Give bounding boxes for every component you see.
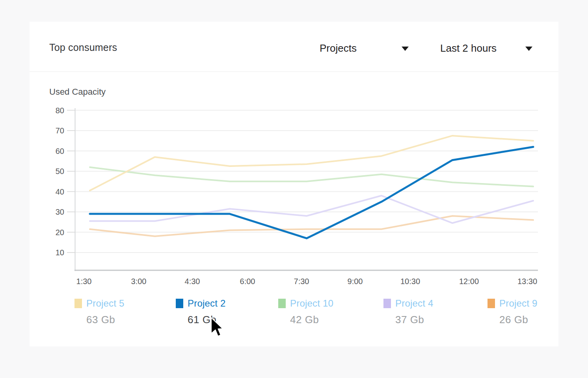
legend-swatch bbox=[278, 299, 286, 308]
series-line-project-4[interactable] bbox=[90, 196, 533, 223]
y-axis-tick-label: 20 bbox=[56, 228, 64, 237]
chevron-down-icon bbox=[525, 47, 532, 51]
legend-swatch bbox=[74, 299, 82, 308]
series-line-project-5[interactable] bbox=[90, 136, 533, 191]
x-axis-tick-label: 1:30 bbox=[76, 277, 92, 286]
y-axis-tick-label: 60 bbox=[56, 147, 64, 155]
y-axis-tick-label: 30 bbox=[56, 208, 64, 216]
legend-swatch bbox=[383, 299, 391, 308]
legend-value: 63 Gb bbox=[86, 314, 125, 326]
chart-legend: Project 5 63 Gb Project 2 61 Gb Project … bbox=[30, 298, 558, 333]
time-range-dropdown[interactable]: Last 2 hours bbox=[440, 41, 532, 55]
used-capacity-line-chart[interactable]: 80706050403020101:303:004:306:007:309:00… bbox=[30, 91, 558, 304]
x-axis-tick-label: 13:30 bbox=[517, 277, 537, 286]
legend-value: 42 Gb bbox=[290, 314, 333, 326]
legend-value: 61 Gb bbox=[188, 314, 226, 326]
x-axis-tick-label: 10:30 bbox=[400, 277, 420, 286]
legend-swatch bbox=[176, 299, 183, 308]
x-axis-tick-label: 4:30 bbox=[185, 277, 200, 286]
series-line-project-10[interactable] bbox=[90, 167, 533, 187]
x-axis-tick-label: 3:00 bbox=[131, 277, 147, 286]
y-axis-tick-label: 70 bbox=[56, 126, 64, 135]
legend-item-project-10[interactable]: Project 10 42 Gb bbox=[278, 298, 333, 326]
consumer-type-dropdown-label: Projects bbox=[320, 42, 357, 54]
top-consumers-card: Top consumers Projects Last 2 hours Used… bbox=[30, 22, 558, 346]
legend-label: Project 5 bbox=[86, 298, 125, 309]
legend-item-project-5[interactable]: Project 5 63 Gb bbox=[74, 298, 125, 326]
x-axis-tick-label: 6:00 bbox=[240, 277, 255, 286]
x-axis-tick-label: 9:00 bbox=[348, 277, 363, 286]
y-axis-tick-label: 40 bbox=[56, 187, 64, 196]
legend-swatch bbox=[488, 299, 495, 308]
legend-label: Project 10 bbox=[290, 298, 333, 309]
series-line-project-2[interactable] bbox=[90, 147, 533, 238]
consumer-type-dropdown[interactable]: Projects bbox=[320, 41, 409, 55]
legend-item-project-9[interactable]: Project 9 26 Gb bbox=[488, 298, 538, 326]
time-range-dropdown-label: Last 2 hours bbox=[440, 42, 497, 54]
x-axis-tick-label: 7:30 bbox=[294, 277, 309, 286]
legend-item-project-2[interactable]: Project 2 61 Gb bbox=[176, 298, 226, 326]
legend-item-project-4[interactable]: Project 4 37 Gb bbox=[383, 298, 434, 326]
chevron-down-icon bbox=[402, 47, 409, 51]
y-axis-tick-label: 50 bbox=[56, 167, 64, 176]
card-title: Top consumers bbox=[49, 42, 117, 53]
legend-label: Project 2 bbox=[188, 298, 226, 309]
y-axis-tick-label: 10 bbox=[56, 248, 64, 257]
legend-value: 37 Gb bbox=[395, 314, 434, 326]
x-axis-tick-label: 12:00 bbox=[459, 277, 479, 286]
card-header: Top consumers Projects Last 2 hours bbox=[30, 22, 558, 72]
y-axis-tick-label: 80 bbox=[56, 106, 64, 115]
legend-label: Project 4 bbox=[395, 298, 434, 309]
legend-label: Project 9 bbox=[499, 298, 538, 309]
legend-value: 26 Gb bbox=[499, 314, 538, 326]
